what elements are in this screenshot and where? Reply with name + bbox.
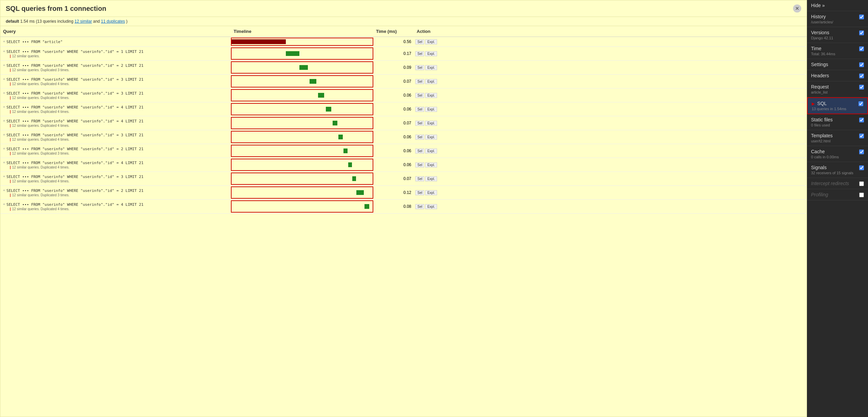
expl-button[interactable]: Expl. bbox=[425, 176, 437, 181]
sidebar-item-versions[interactable]: VersionsDjango 42.11 bbox=[807, 27, 868, 43]
dup-marker: | bbox=[10, 193, 11, 197]
sel-button[interactable]: Sel bbox=[415, 65, 424, 70]
sidebar-item-checkbox[interactable] bbox=[859, 181, 864, 186]
time-value: 0.06 bbox=[373, 148, 414, 154]
sel-button[interactable]: Sel bbox=[415, 51, 424, 56]
sel-button[interactable]: Sel bbox=[415, 93, 424, 98]
main-panel: SQL queries from 1 connection ✕ default … bbox=[0, 0, 807, 417]
expl-button[interactable]: Expl. bbox=[425, 148, 437, 154]
sel-button[interactable]: Sel bbox=[415, 79, 424, 84]
sel-button[interactable]: Sel bbox=[415, 107, 424, 112]
dup-marker: | bbox=[10, 96, 11, 100]
query-sub-text: |12 similar queries. Duplicated 4 times. bbox=[3, 165, 228, 169]
sidebar-item-settings[interactable]: Settings bbox=[807, 59, 868, 70]
sidebar-item-headers[interactable]: Headers bbox=[807, 70, 868, 81]
query-sub-text: |12 similar queries. Duplicated 4 times. bbox=[3, 96, 228, 100]
sidebar-item-sublabel: 13 queries in 1.54ms bbox=[812, 107, 856, 111]
sel-button[interactable]: Sel bbox=[415, 39, 424, 44]
sel-button[interactable]: Sel bbox=[415, 176, 424, 181]
expand-icon[interactable]: + bbox=[3, 147, 5, 151]
sel-button[interactable]: Sel bbox=[415, 190, 424, 195]
expand-icon[interactable]: + bbox=[3, 40, 5, 43]
sidebar-item-checkbox[interactable] bbox=[859, 62, 864, 67]
close-button[interactable]: ✕ bbox=[793, 4, 801, 13]
sidebar-item-checkbox[interactable] bbox=[859, 150, 864, 154]
sidebar-item-signals[interactable]: Signals32 receivers of 15 signals bbox=[807, 162, 868, 178]
sel-button[interactable]: Sel bbox=[415, 121, 424, 126]
sidebar-item-sublabel: 0 calls in 0.00ms bbox=[811, 155, 857, 159]
expand-icon[interactable]: + bbox=[3, 49, 5, 53]
time-value: 0.06 bbox=[373, 92, 414, 98]
sidebar-item-content: ▶ SQL13 queries in 1.54ms bbox=[812, 101, 856, 111]
expand-icon[interactable]: + bbox=[3, 161, 5, 164]
header-time: Time (ms) bbox=[373, 27, 414, 35]
query-content: SELECT ••• FROM "userinfo" WHERE "userin… bbox=[6, 147, 143, 151]
sel-button[interactable]: Sel bbox=[415, 148, 424, 154]
expl-button[interactable]: Expl. bbox=[425, 65, 437, 70]
query-content: SELECT ••• FROM "userinfo" WHERE "userin… bbox=[6, 91, 143, 96]
expand-icon[interactable]: + bbox=[3, 105, 5, 109]
expl-button[interactable]: Expl. bbox=[425, 121, 437, 126]
query-text-cell: + SELECT ••• FROM "userinfo" WHERE "user… bbox=[0, 104, 231, 114]
sidebar-item-sublabel: user/t2.html bbox=[811, 139, 857, 143]
expl-button[interactable]: Expl. bbox=[425, 107, 437, 112]
dup-marker: | bbox=[10, 68, 11, 72]
time-value: 0.06 bbox=[373, 106, 414, 112]
expand-icon[interactable]: + bbox=[3, 63, 5, 67]
sidebar-item-sublabel: 32 receivers of 15 signals bbox=[811, 171, 857, 175]
timeline-cell bbox=[231, 159, 373, 171]
sidebar-item-profiling[interactable]: Profiling bbox=[807, 189, 868, 200]
sidebar-item-checkbox[interactable] bbox=[859, 74, 864, 78]
expand-icon[interactable]: + bbox=[3, 77, 5, 81]
sel-button[interactable]: Sel bbox=[415, 135, 424, 140]
close-paren: ) bbox=[126, 19, 127, 24]
sidebar-item-static-files[interactable]: Static files0 files used bbox=[807, 114, 868, 130]
time-value: 0.06 bbox=[373, 134, 414, 140]
expand-icon[interactable]: + bbox=[3, 175, 5, 178]
expand-icon[interactable]: + bbox=[3, 91, 5, 95]
sidebar-item-request[interactable]: Requestarticle_list bbox=[807, 81, 868, 97]
sidebar-item-content: Static files0 files used bbox=[811, 117, 857, 127]
sidebar-item-cache[interactable]: Cache0 calls in 0.00ms bbox=[807, 146, 868, 162]
expand-icon[interactable]: + bbox=[3, 202, 5, 206]
expl-button[interactable]: Expl. bbox=[425, 39, 437, 44]
expand-icon[interactable]: + bbox=[3, 188, 5, 192]
hide-button[interactable]: Hide » bbox=[807, 0, 868, 11]
connection-name: default bbox=[6, 19, 19, 24]
expl-button[interactable]: Expl. bbox=[425, 51, 437, 56]
sidebar-item-checkbox[interactable] bbox=[859, 165, 864, 170]
duplicates-link[interactable]: 11 duplicates bbox=[101, 19, 125, 24]
expl-button[interactable]: Expl. bbox=[425, 135, 437, 140]
expl-button[interactable]: Expl. bbox=[425, 79, 437, 84]
sidebar-item-label: Intercept redirects bbox=[811, 181, 849, 186]
expand-icon[interactable]: + bbox=[3, 133, 5, 137]
sidebar-item-checkbox[interactable] bbox=[859, 134, 864, 138]
sidebar-item-checkbox[interactable] bbox=[859, 15, 864, 19]
sidebar-item-time[interactable]: TimeTotal: 36.44ms bbox=[807, 43, 868, 59]
sidebar-item-checkbox[interactable] bbox=[859, 193, 864, 197]
action-cell: SelExpl. bbox=[414, 39, 448, 45]
sidebar-item-label: Profiling bbox=[811, 192, 828, 197]
sidebar-item-intercept-redirects[interactable]: Intercept redirects bbox=[807, 178, 868, 189]
expl-button[interactable]: Expl. bbox=[425, 204, 437, 209]
sidebar-item-sql[interactable]: ▶ SQL13 queries in 1.54ms bbox=[807, 97, 868, 114]
expl-button[interactable]: Expl. bbox=[425, 93, 437, 98]
expand-icon[interactable]: + bbox=[3, 119, 5, 123]
expl-button[interactable]: Expl. bbox=[425, 162, 437, 167]
sidebar-item-templates[interactable]: Templatesuser/t2.html bbox=[807, 130, 868, 146]
sidebar-item-checkbox[interactable] bbox=[859, 101, 863, 106]
sidebar-item-checkbox[interactable] bbox=[859, 85, 864, 90]
table-row: + SELECT ••• FROM "userinfo" WHERE "user… bbox=[0, 158, 807, 172]
sel-button[interactable]: Sel bbox=[415, 204, 424, 209]
similar-link[interactable]: 12 similar bbox=[75, 19, 92, 24]
sidebar-item-checkbox[interactable] bbox=[859, 118, 864, 122]
sel-button[interactable]: Sel bbox=[415, 162, 424, 167]
query-text-cell: + SELECT ••• FROM "userinfo" WHERE "user… bbox=[0, 174, 231, 184]
table-row: + SELECT ••• FROM "article"0.56SelExpl. bbox=[0, 37, 807, 47]
timeline-cell bbox=[231, 200, 373, 213]
time-value: 0.12 bbox=[373, 190, 414, 196]
sidebar-item-checkbox[interactable] bbox=[859, 31, 864, 35]
sidebar-item-history[interactable]: History/user/articles/ bbox=[807, 11, 868, 27]
expl-button[interactable]: Expl. bbox=[425, 190, 437, 195]
sidebar-item-checkbox[interactable] bbox=[859, 46, 864, 51]
